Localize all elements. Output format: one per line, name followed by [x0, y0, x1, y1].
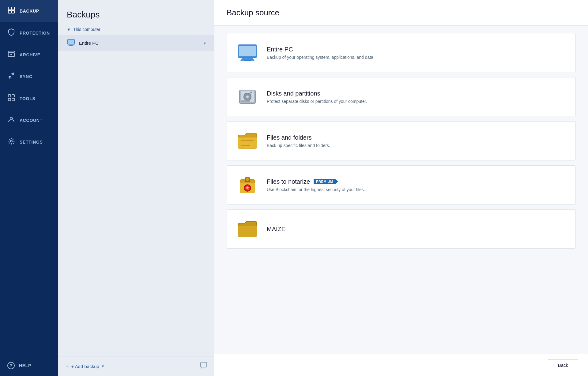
- sidebar-item-account[interactable]: ACCOUNT: [0, 109, 58, 131]
- sidebar-item-settings[interactable]: SETTINGS: [0, 131, 58, 153]
- middle-panel: Backups ▼ This computer Entire PC ▾ + + …: [58, 0, 214, 376]
- notarize-title: Files to notarize PREMIUM: [267, 178, 365, 185]
- svg-rect-18: [239, 46, 256, 56]
- svg-point-11: [10, 117, 13, 120]
- middle-footer: + + Add backup ▾: [58, 356, 214, 376]
- sync-icon: [7, 72, 15, 81]
- svg-rect-25: [241, 100, 250, 102]
- notarize-desc: Use Blockchain for the highest security …: [267, 187, 365, 192]
- svg-rect-30: [246, 178, 249, 181]
- collapse-arrow-icon: ▼: [67, 27, 71, 32]
- right-content: Entire PC Backup of your operating syste…: [214, 26, 588, 354]
- disks-desc: Protect separate disks or partitions of …: [267, 99, 367, 104]
- entire-pc-text: Entire PC Backup of your operating syste…: [267, 46, 375, 60]
- chevron-right-icon: ▾: [204, 41, 206, 46]
- entire-pc-label: Entire PC: [79, 40, 99, 46]
- notarize-icon: [237, 174, 258, 196]
- settings-icon: [7, 138, 15, 146]
- chat-icon[interactable]: [200, 362, 207, 370]
- svg-rect-9: [8, 98, 11, 101]
- files-folders-desc: Back up specific files and folders.: [267, 143, 330, 148]
- right-panel: Backup source Entire PC Backup of your o…: [214, 0, 588, 376]
- sidebar-item-protection[interactable]: PROTECTION: [0, 22, 58, 44]
- files-folders-title: Files and folders: [267, 134, 330, 141]
- sidebar-item-archive[interactable]: ARCHIVE: [0, 44, 58, 65]
- files-folders-text: Files and folders Back up specific files…: [267, 134, 330, 148]
- maize-title: MAIZE: [267, 226, 285, 233]
- archive-icon: [7, 51, 15, 58]
- entire-pc-title: Entire PC: [267, 46, 375, 53]
- svg-rect-16: [201, 362, 207, 367]
- sidebar-item-tools-label: TOOLS: [20, 96, 35, 101]
- sidebar-item-sync-label: SYNC: [20, 74, 32, 79]
- svg-point-12: [10, 140, 12, 142]
- plus-icon: +: [66, 363, 69, 370]
- sidebar-item-account-label: ACCOUNT: [20, 118, 43, 123]
- sidebar-item-protection-label: PROTECTION: [20, 31, 50, 36]
- svg-point-24: [250, 92, 252, 93]
- add-backup-chevron: ▾: [102, 363, 104, 369]
- source-card-disks[interactable]: Disks and partitions Protect separate di…: [227, 77, 576, 116]
- sidebar-item-backup[interactable]: BACKUP: [0, 0, 58, 22]
- add-backup-label: + Add backup: [71, 364, 99, 369]
- svg-rect-7: [8, 95, 11, 97]
- svg-rect-1: [12, 7, 14, 10]
- svg-rect-10: [12, 98, 14, 101]
- protection-icon: [7, 28, 15, 37]
- add-backup-button[interactable]: + + Add backup ▾: [66, 363, 104, 370]
- files-folders-icon: [237, 130, 258, 152]
- svg-rect-4: [8, 51, 14, 52]
- tools-icon: [7, 94, 15, 103]
- maize-text: MAIZE: [267, 226, 285, 233]
- sidebar-item-tools[interactable]: TOOLS: [0, 88, 58, 109]
- premium-badge: PREMIUM: [314, 179, 338, 184]
- disk-icon: [237, 86, 258, 107]
- sidebar: BACKUP PROTECTION ARCHIVE: [0, 0, 58, 376]
- backup-icon: [7, 7, 15, 15]
- right-header: Backup source: [214, 0, 588, 26]
- sidebar-item-archive-label: ARCHIVE: [20, 52, 40, 57]
- account-icon: [7, 116, 15, 124]
- entire-pc-tree-item[interactable]: Entire PC ▾: [58, 35, 214, 51]
- section-label-text: This computer: [73, 27, 100, 32]
- sidebar-bottom: ? HELP: [0, 355, 58, 376]
- disks-text: Disks and partitions Protect separate di…: [267, 90, 367, 104]
- notarize-text: Files to notarize PREMIUM Use Blockchain…: [267, 178, 365, 192]
- source-card-notarize[interactable]: Files to notarize PREMIUM Use Blockchain…: [227, 165, 576, 205]
- source-card-maize[interactable]: MAIZE: [227, 209, 576, 249]
- svg-rect-14: [68, 40, 74, 44]
- back-button[interactable]: Back: [548, 359, 578, 371]
- pc-tree-icon: [67, 39, 75, 47]
- entire-pc-icon: [237, 42, 258, 63]
- source-card-files-folders[interactable]: Files and folders Back up specific files…: [227, 121, 576, 160]
- help-icon: ?: [7, 362, 15, 369]
- sidebar-item-settings-label: SETTINGS: [20, 140, 43, 145]
- disks-title: Disks and partitions: [267, 90, 367, 97]
- right-footer: Back: [214, 354, 588, 376]
- sidebar-item-help-label: HELP: [19, 363, 31, 368]
- entire-pc-desc: Backup of your operating system, applica…: [267, 55, 375, 60]
- svg-rect-3: [12, 10, 14, 13]
- middle-title: Backups: [58, 0, 214, 24]
- sidebar-item-sync[interactable]: SYNC: [0, 65, 58, 88]
- source-card-entire-pc[interactable]: Entire PC Backup of your operating syste…: [227, 33, 576, 72]
- sidebar-item-backup-label: BACKUP: [20, 9, 39, 13]
- svg-rect-0: [8, 7, 11, 10]
- svg-rect-8: [12, 95, 14, 97]
- sidebar-item-help[interactable]: ? HELP: [0, 355, 58, 376]
- section-label: ▼ This computer: [58, 24, 214, 34]
- maize-icon: [237, 218, 258, 240]
- svg-rect-2: [8, 10, 11, 13]
- svg-point-23: [246, 96, 249, 98]
